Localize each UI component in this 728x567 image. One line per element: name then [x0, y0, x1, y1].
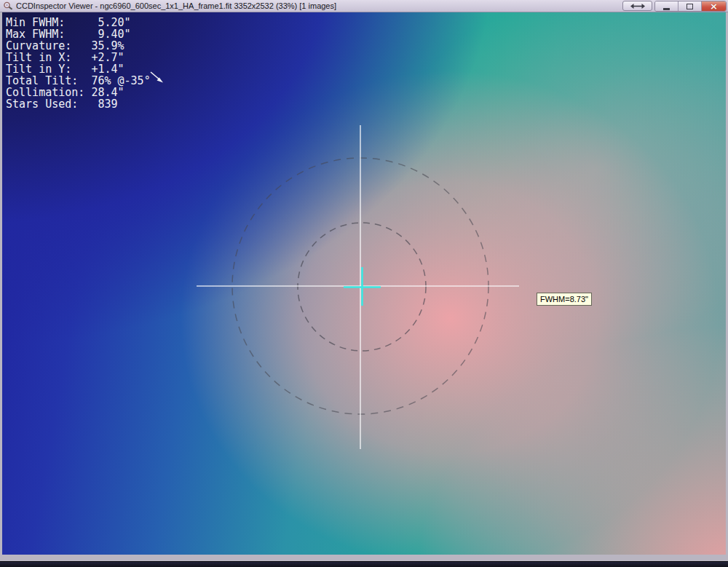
fwhm-tooltip: FWHM=8.73" [537, 293, 592, 306]
minimize-button[interactable] [655, 1, 678, 11]
resize-width-button[interactable] [622, 1, 652, 11]
maximize-icon [687, 4, 693, 9]
titlebar[interactable]: CCDInspector Viewer - ngc6960_600sec_1x1… [0, 0, 728, 12]
app-icon [3, 1, 13, 11]
close-icon: × [710, 1, 718, 11]
map-overlay [2, 12, 726, 555]
close-button[interactable]: × [702, 1, 726, 11]
left-right-arrow-icon [630, 3, 646, 9]
maximize-button[interactable] [678, 1, 702, 11]
caption-buttons: × [654, 1, 727, 12]
ccdinspector-window: CCDInspector Viewer - ngc6960_600sec_1x1… [0, 0, 728, 561]
fwhm-map-view[interactable]: Min FWHM: 5.20" Max FWHM: 9.40" Curvatur… [2, 12, 726, 555]
taskbar[interactable] [0, 561, 728, 567]
minimize-icon [663, 8, 670, 10]
window-title: CCDInspector Viewer - ngc6960_600sec_1x1… [16, 0, 728, 12]
desktop-screen: CCDInspector Viewer - ngc6960_600sec_1x1… [0, 0, 728, 567]
